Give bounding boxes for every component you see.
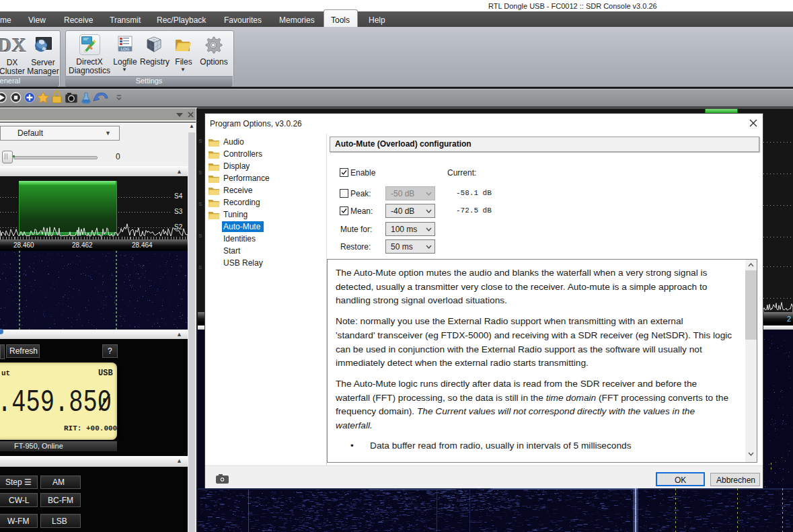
svg-text:LOG: LOG <box>121 47 130 51</box>
